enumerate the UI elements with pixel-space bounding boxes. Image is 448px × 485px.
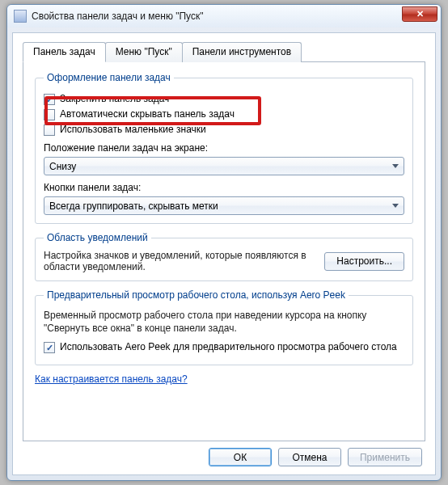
dialog-footer: ОК Отмена Применить xyxy=(23,441,425,468)
combo-position[interactable]: Снизу xyxy=(44,157,404,175)
combo-buttons-value: Всегда группировать, скрывать метки xyxy=(49,200,218,212)
group-aero-legend: Предварительный просмотр рабочего стола,… xyxy=(44,289,349,301)
tab-body: Оформление панели задач ✓ Закрепить пане… xyxy=(23,61,425,441)
tab-toolbars[interactable]: Панели инструментов xyxy=(182,42,302,62)
titlebar: Свойства панели задач и меню "Пуск" ✕ xyxy=(7,5,441,27)
combo-position-value: Снизу xyxy=(49,161,76,172)
group-notification-area: Область уведомлений Настройка значков и … xyxy=(35,232,413,281)
label-autohide: Автоматически скрывать панель задач xyxy=(60,108,235,120)
label-buttons: Кнопки панели задач: xyxy=(44,182,404,193)
row-small-icons: Использовать маленькие значки xyxy=(44,124,404,136)
combo-buttons[interactable]: Всегда группировать, скрывать метки xyxy=(44,196,404,215)
cancel-button[interactable]: Отмена xyxy=(278,448,341,466)
ok-button[interactable]: ОК xyxy=(209,448,272,466)
label-small-icons: Использовать маленькие значки xyxy=(60,124,206,135)
row-notification: Настройка значков и уведомлений, которые… xyxy=(44,250,404,272)
customize-button[interactable]: Настроить... xyxy=(324,252,404,271)
app-icon xyxy=(14,10,27,23)
tabstrip: Панель задач Меню "Пуск" Панели инструме… xyxy=(23,42,425,62)
group-notification-legend: Область уведомлений xyxy=(44,232,151,243)
apply-button[interactable]: Применить xyxy=(348,448,422,466)
help-link-row: Как настраивается панель задач? xyxy=(35,373,413,385)
chevron-down-icon xyxy=(392,204,399,208)
label-lock-taskbar: Закрепить панель задач xyxy=(60,93,169,104)
notification-desc: Настройка значков и уведомлений, которые… xyxy=(44,250,315,272)
close-button[interactable]: ✕ xyxy=(402,6,437,22)
checkbox-lock-taskbar[interactable]: ✓ xyxy=(44,94,55,105)
group-aero-peek: Предварительный просмотр рабочего стола,… xyxy=(35,289,413,365)
row-aero-peek: ✓ Использовать Aero Peek для предварител… xyxy=(44,341,404,353)
checkbox-aero-peek[interactable]: ✓ xyxy=(44,342,55,353)
checkbox-autohide[interactable] xyxy=(44,109,55,120)
tab-taskbar[interactable]: Панель задач xyxy=(23,42,106,62)
checkbox-small-icons[interactable] xyxy=(44,124,55,136)
client-area: Панель задач Меню "Пуск" Панели инструме… xyxy=(12,32,436,475)
dialog-window: Свойства панели задач и меню "Пуск" ✕ Па… xyxy=(6,4,442,481)
window-title: Свойства панели задач и меню "Пуск" xyxy=(32,11,402,22)
label-aero-peek: Использовать Aero Peek для предварительн… xyxy=(60,341,397,352)
aero-desc: Временный просмотр рабочего стола при на… xyxy=(44,309,404,335)
tab-start-menu[interactable]: Меню "Пуск" xyxy=(105,42,183,62)
group-appearance-legend: Оформление панели задач xyxy=(44,72,174,83)
chevron-down-icon xyxy=(392,164,399,168)
group-appearance: Оформление панели задач ✓ Закрепить пане… xyxy=(35,72,413,224)
close-icon: ✕ xyxy=(416,9,424,19)
label-position: Положение панели задач на экране: xyxy=(44,142,404,154)
row-autohide: Автоматически скрывать панель задач xyxy=(44,108,404,120)
help-link[interactable]: Как настраивается панель задач? xyxy=(35,373,188,385)
row-lock-taskbar: ✓ Закрепить панель задач xyxy=(44,93,404,105)
